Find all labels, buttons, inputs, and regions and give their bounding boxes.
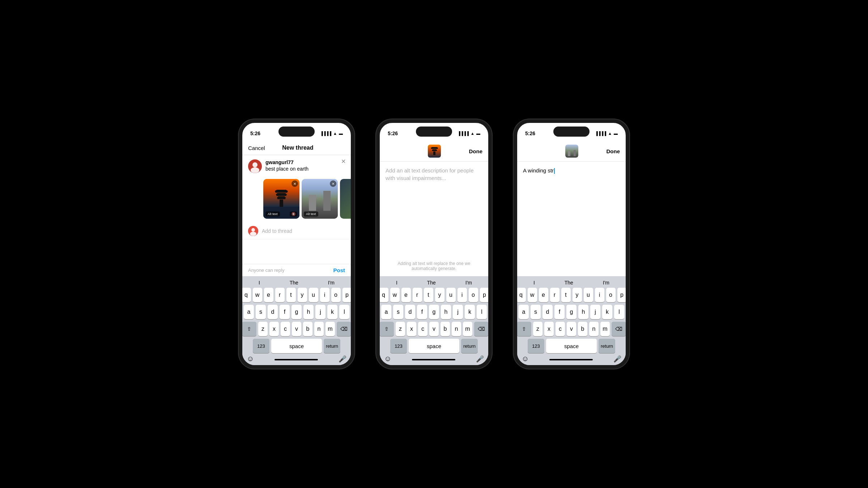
key-f-2[interactable]: f xyxy=(417,305,427,319)
key-space-3[interactable]: space xyxy=(546,339,597,353)
key-b-2[interactable]: b xyxy=(441,322,450,336)
alt-text-badge-1[interactable]: Alt text xyxy=(265,211,280,217)
suggestion-the-3[interactable]: The xyxy=(565,280,573,286)
key-k-3[interactable]: k xyxy=(602,305,612,319)
key-q-3[interactable]: q xyxy=(517,288,526,302)
suggestion-im-3[interactable]: I'm xyxy=(603,280,609,286)
alt-text-badge-2[interactable]: Alt text xyxy=(304,211,318,217)
key-w-3[interactable]: w xyxy=(528,288,537,302)
key-v-2[interactable]: v xyxy=(429,322,439,336)
key-i-3[interactable]: i xyxy=(595,288,604,302)
key-u[interactable]: u xyxy=(309,288,318,302)
key-delete[interactable]: ⌫ xyxy=(337,322,351,336)
remove-image-1[interactable]: ✕ xyxy=(292,180,298,187)
key-z[interactable]: z xyxy=(258,322,268,336)
key-z-3[interactable]: z xyxy=(533,322,542,336)
key-d[interactable]: d xyxy=(268,305,278,319)
key-g-2[interactable]: g xyxy=(429,305,439,319)
key-r-3[interactable]: r xyxy=(550,288,559,302)
key-u-2[interactable]: u xyxy=(446,288,456,302)
suggestion-i-1[interactable]: I xyxy=(259,280,260,286)
key-shift-2[interactable]: ⇧ xyxy=(380,322,394,336)
key-123-2[interactable]: 123 xyxy=(390,339,407,353)
mic-key-2[interactable]: 🎤 xyxy=(476,355,484,363)
key-w[interactable]: w xyxy=(253,288,262,302)
key-g[interactable]: g xyxy=(292,305,302,319)
key-z-2[interactable]: z xyxy=(396,322,405,336)
post-button[interactable]: Post xyxy=(333,267,345,273)
emoji-key-2[interactable]: ☺ xyxy=(384,355,391,363)
key-w-2[interactable]: w xyxy=(390,288,400,302)
key-c-2[interactable]: c xyxy=(418,322,427,336)
key-y-3[interactable]: y xyxy=(573,288,582,302)
key-x-3[interactable]: x xyxy=(544,322,554,336)
key-f-3[interactable]: f xyxy=(554,305,565,319)
key-j[interactable]: j xyxy=(315,305,326,319)
key-y[interactable]: y xyxy=(298,288,307,302)
key-n[interactable]: n xyxy=(314,322,324,336)
key-h[interactable]: h xyxy=(303,305,314,319)
key-a-2[interactable]: a xyxy=(381,305,391,319)
key-return-2[interactable]: return xyxy=(461,339,478,353)
key-u-3[interactable]: u xyxy=(584,288,593,302)
key-x[interactable]: x xyxy=(269,322,279,336)
key-shift-3[interactable]: ⇧ xyxy=(517,322,531,336)
key-return[interactable]: return xyxy=(324,339,340,353)
done-button-2[interactable]: Done xyxy=(469,148,483,154)
key-delete-2[interactable]: ⌫ xyxy=(474,322,488,336)
key-n-2[interactable]: n xyxy=(452,322,461,336)
key-k[interactable]: k xyxy=(327,305,337,319)
mic-key-1[interactable]: 🎤 xyxy=(339,355,346,363)
emoji-key-3[interactable]: ☺ xyxy=(522,355,529,363)
key-e[interactable]: e xyxy=(264,288,273,302)
key-123-3[interactable]: 123 xyxy=(528,339,544,353)
key-return-3[interactable]: return xyxy=(599,339,615,353)
key-d-2[interactable]: d xyxy=(405,305,415,319)
key-l-3[interactable]: l xyxy=(614,305,624,319)
key-e-2[interactable]: e xyxy=(401,288,411,302)
key-c-3[interactable]: c xyxy=(556,322,565,336)
key-l[interactable]: l xyxy=(339,305,349,319)
key-p-3[interactable]: p xyxy=(617,288,626,302)
key-o[interactable]: o xyxy=(331,288,341,302)
key-v-3[interactable]: v xyxy=(567,322,576,336)
key-a[interactable]: a xyxy=(244,305,254,319)
key-123[interactable]: 123 xyxy=(253,339,269,353)
key-f[interactable]: f xyxy=(280,305,290,319)
key-s[interactable]: s xyxy=(256,305,266,319)
key-g-3[interactable]: g xyxy=(566,305,576,319)
key-a-3[interactable]: a xyxy=(519,305,529,319)
key-h-2[interactable]: h xyxy=(441,305,451,319)
key-j-3[interactable]: j xyxy=(590,305,600,319)
key-h-3[interactable]: h xyxy=(578,305,588,319)
key-n-3[interactable]: n xyxy=(589,322,599,336)
key-delete-3[interactable]: ⌫ xyxy=(612,322,626,336)
key-j-2[interactable]: j xyxy=(453,305,463,319)
suggestion-the-1[interactable]: The xyxy=(290,280,298,286)
suggestion-i-2[interactable]: I xyxy=(396,280,397,286)
key-r[interactable]: r xyxy=(275,288,285,302)
key-space-2[interactable]: space xyxy=(409,339,459,353)
key-b-3[interactable]: b xyxy=(578,322,587,336)
remove-image-2[interactable]: ✕ xyxy=(330,180,336,187)
key-e-3[interactable]: e xyxy=(539,288,548,302)
key-l-2[interactable]: l xyxy=(477,305,487,319)
key-t[interactable]: t xyxy=(286,288,296,302)
key-i[interactable]: i xyxy=(320,288,329,302)
key-m[interactable]: m xyxy=(326,322,335,336)
key-p[interactable]: p xyxy=(342,288,351,302)
suggestion-im-1[interactable]: I'm xyxy=(328,280,335,286)
key-t-2[interactable]: t xyxy=(424,288,433,302)
key-b[interactable]: b xyxy=(303,322,312,336)
key-i-2[interactable]: i xyxy=(458,288,467,302)
key-p-2[interactable]: p xyxy=(480,288,489,302)
key-s-2[interactable]: s xyxy=(393,305,403,319)
close-thread-button[interactable]: ✕ xyxy=(341,159,346,164)
suggestion-im-2[interactable]: I'm xyxy=(465,280,472,286)
key-shift[interactable]: ⇧ xyxy=(242,322,256,336)
key-d-3[interactable]: d xyxy=(542,305,553,319)
key-r-2[interactable]: r xyxy=(413,288,422,302)
cancel-button[interactable]: Cancel xyxy=(248,145,265,151)
alt-text-input-3[interactable]: A winding str xyxy=(517,162,626,276)
alt-text-input-2[interactable]: Add an alt text description for people w… xyxy=(380,162,488,257)
